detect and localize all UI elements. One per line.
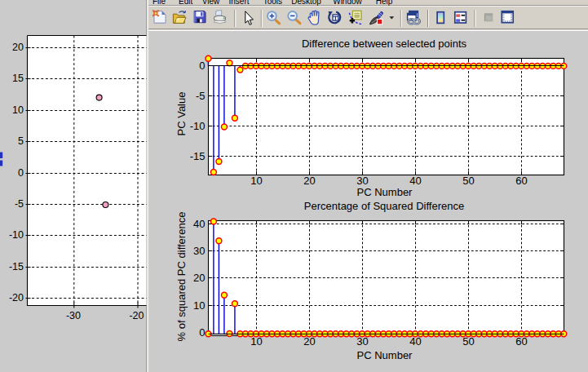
svg-text:15: 15 <box>12 73 24 84</box>
svg-text:50: 50 <box>462 335 474 348</box>
svg-text:20: 20 <box>12 42 24 53</box>
svg-text:-10: -10 <box>9 229 24 241</box>
svg-text:10: 10 <box>250 335 262 348</box>
svg-text:30: 30 <box>356 335 368 348</box>
svg-text:PC Number: PC Number <box>357 186 413 198</box>
svg-text:-20: -20 <box>9 292 24 303</box>
svg-text:60: 60 <box>515 175 527 187</box>
svg-text:-5: -5 <box>15 198 24 210</box>
svg-text:0: 0 <box>199 60 205 72</box>
svg-text:Insert: Insert <box>228 0 249 6</box>
svg-text:20: 20 <box>303 175 315 187</box>
svg-text:Difference between selected po: Difference between selected points <box>302 38 467 50</box>
svg-text:Tools: Tools <box>263 0 282 6</box>
svg-text:-15: -15 <box>9 261 24 272</box>
svg-text:-10: -10 <box>190 120 206 132</box>
svg-text:10: 10 <box>193 299 205 312</box>
svg-text:Window: Window <box>333 0 362 6</box>
svg-text:-5: -5 <box>196 90 206 102</box>
svg-text:Help: Help <box>376 0 393 6</box>
svg-text:30: 30 <box>193 245 205 257</box>
svg-text:10: 10 <box>12 104 24 116</box>
svg-text:View: View <box>202 0 220 6</box>
svg-text:% of squared PC difference: % of squared PC difference <box>175 212 188 342</box>
svg-text:5: 5 <box>18 135 24 147</box>
svg-text:PC Number: PC Number <box>357 349 413 361</box>
svg-text:20: 20 <box>303 335 315 348</box>
svg-text:-20: -20 <box>129 310 144 321</box>
svg-text:20: 20 <box>193 272 205 284</box>
svg-text:0: 0 <box>18 167 24 179</box>
svg-text:50: 50 <box>462 175 474 187</box>
svg-text:60: 60 <box>515 335 527 348</box>
svg-text:File: File <box>153 0 166 6</box>
svg-text:0: 0 <box>199 326 205 339</box>
svg-text:10: 10 <box>250 175 262 187</box>
svg-text:PC Value: PC Value <box>175 92 188 136</box>
svg-text:Desktop: Desktop <box>291 0 321 6</box>
svg-text:40: 40 <box>193 218 205 230</box>
svg-text:-15: -15 <box>190 150 206 162</box>
svg-text:Percentage of Squared Differen: Percentage of Squared Difference <box>304 200 464 212</box>
svg-text:-30: -30 <box>66 310 81 321</box>
svg-text:Edit: Edit <box>179 0 192 6</box>
svg-text:40: 40 <box>409 335 421 348</box>
